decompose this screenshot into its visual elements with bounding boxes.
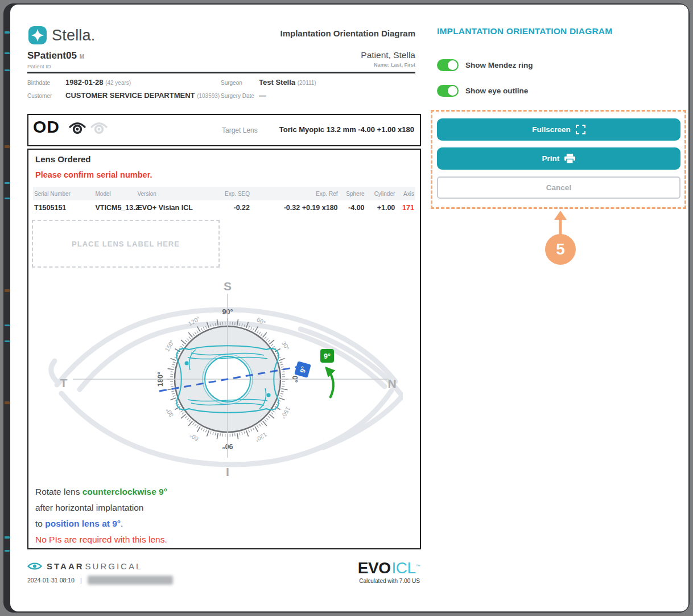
compass-superior: S <box>224 280 232 293</box>
cell-serial: T1505151 <box>33 204 94 212</box>
ring-degree-label: 60° <box>188 432 200 442</box>
col-exp-ref: Exp. Ref <box>251 191 339 197</box>
staar-surgical-logo: STAAR SURGICAL <box>27 561 142 571</box>
toggle-label: Show eye outline <box>465 87 528 95</box>
lens-orientation-mark <box>185 362 189 366</box>
patient-sex: M <box>80 54 84 60</box>
patient-id: SPatient05 M <box>27 50 84 61</box>
calculation-version-note: Calculated with 7.00 US <box>316 578 420 584</box>
staar-light-text: SURGICAL <box>85 561 143 571</box>
toggle-knob <box>448 86 457 96</box>
stella-logo: Stella. <box>28 26 95 44</box>
print-icon <box>564 154 575 163</box>
compass-inferior: I <box>226 465 229 478</box>
evo-text: EVO <box>358 559 391 577</box>
instruction-line-3: to position lens at 9°. <box>35 516 167 532</box>
ring-degree-label: 30° <box>164 407 175 418</box>
report-timestamp: 2024-01-31 08:10 <box>27 577 75 584</box>
evo-icl-logo: EVOICL™ Calculated with 7.00 US <box>316 559 420 584</box>
step-number: 5 <box>556 240 565 258</box>
cell-version: EVO+ Visian ICL <box>136 204 212 212</box>
toggle-label: Show Mendez ring <box>465 61 533 69</box>
cell-axis: 171 <box>396 204 415 212</box>
toggle-knob <box>448 60 457 70</box>
svg-text:9°: 9° <box>324 352 331 360</box>
cell-exp-seq: -0.22 <box>213 204 251 212</box>
lens-label-placeholder-text: PLACE LENS LABEL HERE <box>72 240 180 248</box>
eye-outline-toggle-switch[interactable] <box>437 85 459 97</box>
print-button[interactable]: Print <box>437 147 680 170</box>
instruction-line-4: No PIs are required with this lens. <box>35 532 167 548</box>
instruction-line-2: after horizontal implantation <box>35 500 167 516</box>
cell-cylinder: +1.00 <box>366 204 397 212</box>
cell-model: VTICM5_13.2 <box>94 204 137 212</box>
ring-degree-label: 150° <box>280 406 292 420</box>
toggle-show-eye-outline[interactable]: Show eye outline <box>437 85 528 97</box>
fullscreen-icon <box>576 125 585 134</box>
panel-title: IMPLANTATION ORIENTATION DIAGRAM <box>437 26 612 36</box>
birthdate-value: 1982-01-28 (42 years) <box>65 78 131 87</box>
lens-ordered-title: Lens Ordered <box>35 154 91 164</box>
report-timestamp-row: 2024-01-31 08:10 | <box>27 576 173 585</box>
ring-degree-label: 120° <box>254 432 269 443</box>
surgery-date-label: Surgery Date <box>221 93 254 99</box>
surgeon-label: Surgeon <box>221 80 242 86</box>
ring-degree-label: 30° <box>280 340 291 351</box>
fullscreen-button-label: Fullscreen <box>532 125 571 134</box>
serial-warning: Please confirm serial number. <box>35 170 152 179</box>
lens-orientation-mark <box>267 393 271 397</box>
compass-temporal: T <box>60 376 68 389</box>
cancel-button[interactable]: Cancel <box>437 176 680 199</box>
brand-name: Stella. <box>52 27 95 44</box>
instruction-line-1: Rotate lens counterclockwise 9° <box>35 484 167 500</box>
lens-table-header: Serial Number Model Version Exp. SEQ Exp… <box>33 187 415 200</box>
step-annotation-arrow <box>550 210 571 235</box>
staar-eye-icon <box>27 561 42 571</box>
col-cylinder: Cylinder <box>366 191 397 197</box>
print-button-label: Print <box>542 154 560 163</box>
patient-name: Patient, Stella <box>245 50 415 60</box>
fullscreen-button[interactable]: Fullscreen <box>437 118 680 141</box>
lens-table-row: T1505151 VTICM5_13.2 EVO+ Visian ICL -0.… <box>33 200 415 215</box>
stella-logo-icon <box>28 26 47 44</box>
customer-label: Customer <box>27 93 52 99</box>
os-eye-icon[interactable] <box>90 121 108 135</box>
col-version: Version <box>136 191 212 197</box>
step-number-badge: 5 <box>545 234 576 265</box>
cancel-button-label: Cancel <box>546 183 571 192</box>
icl-text: ICL <box>391 559 415 577</box>
surgery-date-value: — <box>259 91 266 100</box>
ring-degree-label: 150° <box>163 339 175 353</box>
rotation-instructions: Rotate lens counterclockwise 9° after ho… <box>35 484 167 548</box>
col-axis: Axis <box>396 191 415 197</box>
rotation-badge: 9° <box>320 349 334 363</box>
patient-id-label: Patient ID <box>27 63 51 69</box>
redacted-user-name <box>88 576 173 585</box>
col-exp-seq: Exp. SEQ <box>213 191 251 197</box>
mendez-ring-toggle-switch[interactable] <box>437 59 459 71</box>
header-divider <box>27 72 415 73</box>
rotation-arrow <box>327 368 333 398</box>
cell-sphere: -4.00 <box>339 204 366 212</box>
eye-side-value: OD <box>33 117 60 137</box>
od-eye-icon[interactable] <box>68 121 86 135</box>
col-serial-number: Serial Number <box>33 191 94 197</box>
customer-value: CUSTOMER SERVICE DEPARTMENT (103593) <box>65 91 220 100</box>
compass-nasal: N <box>387 377 396 390</box>
cell-exp-ref: -0.32 +0.19 x180 <box>251 204 339 212</box>
report-title: Implantation Orientation Diagram <box>216 28 415 38</box>
toggle-show-mendez-ring[interactable]: Show Mendez ring <box>437 59 533 71</box>
target-lens-value: Toric Myopic 13.2 mm -4.00 +1.00 x180 <box>245 125 414 134</box>
lens-label-placeholder: PLACE LENS LABEL HERE <box>32 220 220 268</box>
screen: Stella. Implantation Orientation Diagram… <box>0 0 693 616</box>
patient-name-hint: Name: Last, First <box>245 62 415 68</box>
birthdate-label: Birthdate <box>27 80 50 86</box>
col-model: Model <box>94 191 137 197</box>
staar-bold-text: STAAR <box>47 561 84 571</box>
col-sphere: Sphere <box>339 191 366 197</box>
orientation-diagram: 0°30°60°90°120°150°180°30°60°90°120°150°… <box>27 277 403 485</box>
surgeon-value: Test Stella (20111) <box>259 78 316 87</box>
